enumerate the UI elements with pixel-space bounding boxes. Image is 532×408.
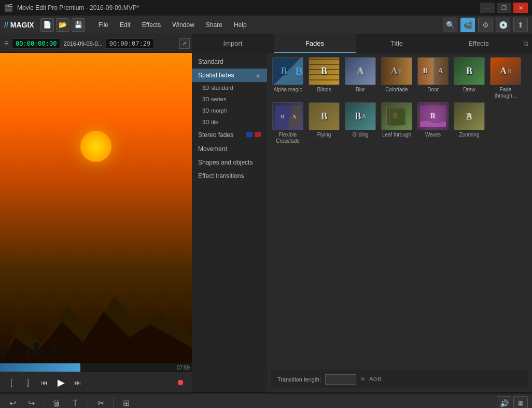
nav-spatial-fades[interactable]: Spatial fades ▶ <box>192 69 267 82</box>
svg-rect-6 <box>34 343 39 356</box>
effect-flexible-crossfade[interactable]: B A Flexible Crossfade <box>271 102 304 144</box>
stereo-glasses-icon <box>246 131 261 139</box>
menu-effects[interactable]: Effects <box>137 19 166 31</box>
transition-clear-icon[interactable]: ✕ <box>360 376 365 383</box>
effect-gliding[interactable]: B A Gliding <box>344 102 377 144</box>
tab-import[interactable]: Import <box>192 34 274 53</box>
effect-label-draw: Draw <box>463 87 475 93</box>
preview-canvas <box>0 53 192 363</box>
effect-label-blinds: Blinds <box>317 87 331 93</box>
logo: // MAGIX <box>4 21 34 29</box>
window-controls: − ❐ ✕ <box>480 3 528 13</box>
text-button[interactable]: T <box>67 396 83 409</box>
record-icon[interactable]: 📹 <box>460 18 475 32</box>
nav-effect-transitions[interactable]: Effect transitions <box>192 169 267 183</box>
progress-bar[interactable]: 07:59 <box>0 363 192 372</box>
tab-fades[interactable]: Fades <box>274 34 356 53</box>
prev-frame-button[interactable]: ⏮ <box>37 375 52 390</box>
cut-button[interactable]: ✂ <box>92 396 109 409</box>
svg-rect-3 <box>9 345 12 356</box>
toolbar-separator-1 <box>44 397 44 409</box>
nav-shapes-objects[interactable]: Shapes and objects <box>192 156 267 169</box>
tab-expand-button[interactable]: ⧉ <box>520 34 532 53</box>
effect-thumb-door: B A <box>417 57 449 85</box>
preview-area <box>0 53 192 363</box>
effect-draw[interactable]: B Draw <box>453 57 486 99</box>
nav-spatial-fades-label: Spatial fades <box>198 72 234 79</box>
open-icon[interactable]: 📂 <box>56 18 69 32</box>
timecode-display: 00:00:00:00 <box>12 38 60 49</box>
delete-button[interactable]: 🗑 <box>48 396 65 409</box>
nav-arrow-icon: ▶ <box>257 73 261 78</box>
nav-standard[interactable]: Standard <box>192 55 267 69</box>
effect-flying[interactable]: B Flying <box>307 102 341 144</box>
effect-thumb-zoom: B A <box>454 102 485 130</box>
new-icon[interactable]: 📄 <box>40 18 54 32</box>
effect-blinds[interactable]: B Blinds <box>307 57 341 99</box>
close-button[interactable]: ✕ <box>513 3 528 13</box>
svg-rect-9 <box>62 348 65 356</box>
search-icon[interactable]: 🔍 <box>443 18 457 32</box>
record-button[interactable]: ⏺ <box>173 375 188 390</box>
menu-window[interactable]: Window <box>167 19 200 31</box>
insert-button[interactable]: ⊞ <box>118 396 134 409</box>
volume-icon[interactable]: 🔊 <box>497 396 511 409</box>
nav-3d-series[interactable]: 3D series <box>192 93 267 105</box>
restore-button[interactable]: ❐ <box>497 3 511 13</box>
disc-icon[interactable]: 💿 <box>496 18 510 32</box>
mark-in-button[interactable]: [ <box>4 375 19 390</box>
effect-zooming[interactable]: B A Zooming <box>453 102 486 144</box>
menu-help[interactable]: Help <box>229 19 252 31</box>
nav-movement[interactable]: Movement <box>192 142 267 156</box>
logo-text: MAGIX <box>10 21 34 29</box>
minimize-button[interactable]: − <box>480 3 495 13</box>
effect-waves[interactable]: R Waves <box>416 102 450 144</box>
upload-icon[interactable]: ⬆ <box>513 18 528 32</box>
effect-colorfade[interactable]: A B Colorfade <box>380 57 413 99</box>
effects-content: Standard Spatial fades ▶ 3D standard 3D … <box>192 53 532 392</box>
effect-fade-through[interactable]: A B Fade through... <box>489 57 522 99</box>
titlebar: 🎬 Movie Edit Pro Premium - 2016-09-09.MV… <box>0 0 532 16</box>
mountains-svg <box>0 280 192 363</box>
svg-rect-5 <box>26 347 30 356</box>
effect-door[interactable]: B A Door <box>416 57 450 99</box>
menu-right-icons: 🔍 📹 ⚙ 💿 ⬆ <box>443 18 528 32</box>
effects-nav: Standard Spatial fades ▶ 3D standard 3D … <box>192 53 267 392</box>
settings-icon[interactable]: ⚙ <box>478 18 493 32</box>
effect-thumb-blur: A <box>345 57 376 85</box>
effect-thumb-waves: R <box>417 102 449 130</box>
effect-thumb-leaf: B <box>381 102 412 130</box>
effects-row-1: B Alpha magic B Blinds <box>271 57 528 99</box>
effect-alpha-magic[interactable]: B Alpha magic <box>271 57 304 99</box>
menu-share[interactable]: Share <box>201 19 228 31</box>
effect-label-flying: Flying <box>317 132 331 138</box>
next-frame-button[interactable]: ⏭ <box>71 375 85 390</box>
menu-edit[interactable]: Edit <box>115 19 136 31</box>
nav-stereo-fades-label[interactable]: Stereo fades <box>198 131 233 139</box>
mixer-icon[interactable]: ▦ <box>513 396 528 409</box>
progress-fill <box>0 363 80 372</box>
transition-bar: Transition length: ✕ A⊙B <box>271 370 528 388</box>
left-panel: ☰ 00:00:00:00 2016-09-09-0... 00:00:07:2… <box>0 34 192 392</box>
menu-icon[interactable]: ☰ <box>2 39 11 47</box>
effect-leaf-through[interactable]: B Leaf through <box>380 102 413 144</box>
svg-rect-8 <box>52 345 55 356</box>
effects-row-2: B A Flexible Crossfade B <box>271 102 528 144</box>
undo-button[interactable]: ↩ <box>4 396 21 409</box>
sun-element <box>80 131 111 162</box>
effect-thumb-alpha: B <box>272 57 303 85</box>
tab-effects[interactable]: Effects <box>438 34 520 53</box>
expand-button[interactable]: ⤢ <box>179 38 190 49</box>
tab-title[interactable]: Title <box>356 34 438 53</box>
transition-length-input[interactable] <box>325 374 356 385</box>
menu-file[interactable]: File <box>93 19 114 31</box>
play-button[interactable]: ▶ <box>54 375 68 390</box>
save-icon[interactable]: 💾 <box>72 18 85 32</box>
nav-3d-standard[interactable]: 3D standard <box>192 82 267 93</box>
mark-out-button[interactable]: ] <box>21 375 35 390</box>
nav-3d-tile[interactable]: 3D tile <box>192 116 267 128</box>
nav-3d-morph[interactable]: 3D morph <box>192 105 267 116</box>
effect-blur[interactable]: A Blur <box>344 57 377 99</box>
redo-button[interactable]: ↪ <box>23 396 39 409</box>
progress-time: 07:59 <box>177 363 190 372</box>
